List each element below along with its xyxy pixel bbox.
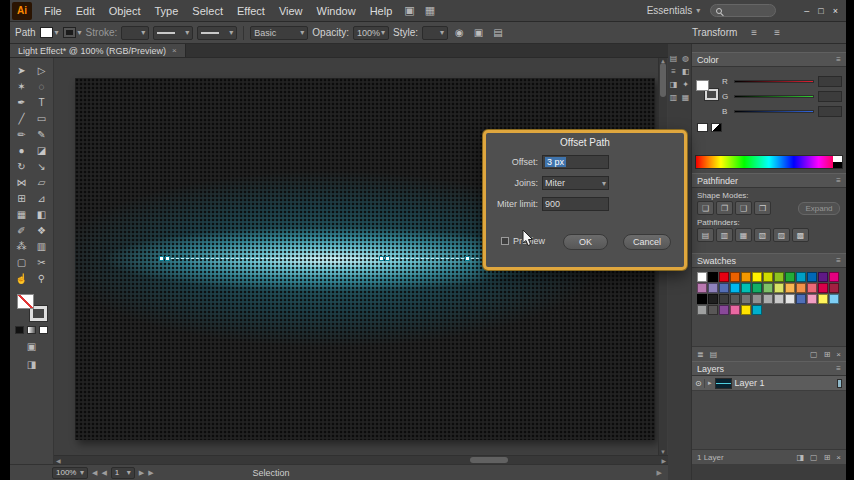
layers-panel-header[interactable]: Layers ≡ (692, 361, 846, 376)
width-tool[interactable]: ⋈ (12, 174, 32, 190)
column-graph-tool[interactable]: ▥ (32, 238, 52, 254)
mesh-tool[interactable]: ▦ (12, 206, 32, 222)
panel-menu-icon[interactable]: ≡ (836, 55, 841, 64)
unite-button[interactable]: ❏ (697, 201, 714, 215)
swatch[interactable] (708, 283, 718, 293)
transform-label[interactable]: Transform (692, 27, 737, 38)
merge-button[interactable]: ▦ (735, 228, 752, 242)
layer-selection-chip[interactable] (837, 379, 842, 388)
swatch[interactable] (719, 283, 729, 293)
red-value-input[interactable] (818, 76, 842, 87)
exclude-button[interactable]: ❒ (754, 201, 771, 215)
info-panel-icon[interactable]: ▤ (669, 53, 678, 63)
swatch[interactable] (785, 294, 795, 304)
document-setup-icon[interactable]: ▣ (471, 27, 486, 38)
workspace-switcher[interactable]: Essentials ▾ (647, 5, 701, 16)
swatches-panel-header[interactable]: Swatches ≡ (692, 253, 846, 268)
fill-stroke-mini-indicator[interactable] (696, 80, 718, 100)
swatch[interactable] (708, 294, 718, 304)
artboard-navigation-select[interactable]: 1 ▾ (111, 467, 135, 479)
prev-artboard-icon[interactable]: ◀ (101, 469, 106, 477)
swatch[interactable] (763, 294, 773, 304)
eyedropper-tool[interactable]: ✐ (12, 222, 32, 238)
graphic-styles-panel-icon[interactable]: ▦ (681, 92, 690, 102)
expand-layer-icon[interactable]: ▸ (708, 379, 712, 387)
swatch[interactable] (774, 283, 784, 293)
menu-file[interactable]: File (37, 0, 69, 22)
make-clipping-mask-icon[interactable]: ◨ (797, 453, 805, 462)
anchor-point[interactable] (159, 256, 164, 261)
magic-wand-tool[interactable]: ✶ (12, 78, 32, 94)
selection-tool[interactable]: ➤ (12, 62, 32, 78)
screen-mode-icon[interactable]: ◨ (10, 359, 53, 370)
swatch[interactable] (829, 272, 839, 282)
horizontal-scroll-thumb[interactable] (470, 457, 508, 463)
style-select[interactable]: ▾ (422, 26, 448, 40)
swatch[interactable] (752, 272, 762, 282)
brushes-panel-icon[interactable]: ▥ (669, 92, 678, 102)
fill-indicator[interactable] (17, 294, 34, 309)
line-segment-tool[interactable]: ╱ (12, 110, 32, 126)
delete-layer-icon[interactable]: × (836, 453, 841, 462)
new-layer-icon[interactable]: ⊞ (824, 453, 831, 462)
swatch[interactable] (818, 283, 828, 293)
swatch[interactable] (708, 305, 718, 315)
none-chip[interactable] (697, 123, 708, 132)
shape-builder-tool[interactable]: ⊞ (12, 190, 32, 206)
offset-input[interactable]: 3 px (542, 155, 609, 169)
swatch[interactable] (774, 272, 784, 282)
menu-select[interactable]: Select (185, 0, 230, 22)
swatch[interactable] (807, 294, 817, 304)
swatch[interactable] (774, 294, 784, 304)
restore-button[interactable]: □ (818, 6, 823, 16)
swatch[interactable] (730, 272, 740, 282)
layer-thumbnail[interactable] (715, 378, 732, 389)
menu-window[interactable]: Window (310, 0, 363, 22)
vertical-scroll-thumb[interactable] (660, 63, 666, 97)
swatch[interactable] (763, 283, 773, 293)
miter-limit-input[interactable]: 900 (542, 197, 609, 211)
swatch[interactable] (730, 294, 740, 304)
minimize-button[interactable]: – (804, 6, 809, 16)
swatch[interactable] (752, 294, 762, 304)
red-slider[interactable] (734, 80, 814, 83)
scale-tool[interactable]: ↘ (32, 158, 52, 174)
blue-slider[interactable] (734, 110, 814, 113)
new-swatch-icon[interactable]: ⊞ (824, 350, 831, 359)
artboard-tool[interactable]: ▢ (12, 254, 32, 270)
swatch[interactable] (796, 283, 806, 293)
delete-swatch-icon[interactable]: × (836, 350, 841, 359)
eraser-tool[interactable]: ◪ (32, 142, 52, 158)
appearance-panel-icon[interactable]: ◍ (681, 53, 690, 63)
new-sublayer-icon[interactable]: ▢ (810, 453, 818, 462)
swatch[interactable] (719, 272, 729, 282)
swatch-libraries-icon[interactable]: ≣ (697, 350, 704, 359)
zoom-select[interactable]: 100% ▾ (52, 467, 88, 479)
paintbrush-tool[interactable]: ✏ (12, 126, 32, 142)
new-color-group-icon[interactable]: ▢ (810, 350, 818, 359)
close-tab-icon[interactable]: × (172, 46, 177, 55)
panel-menu-icon[interactable]: ≡ (836, 176, 841, 185)
gradient-tool[interactable]: ◧ (32, 206, 52, 222)
next-artboard-icon[interactable]: ▶ (139, 469, 144, 477)
status-flyout-icon[interactable]: ▶ (657, 469, 662, 477)
drawing-modes-icon[interactable]: ▣ (10, 341, 53, 352)
anchor-point[interactable] (465, 256, 470, 261)
first-artboard-icon[interactable]: ◀ (92, 469, 97, 477)
menu-view[interactable]: View (272, 0, 310, 22)
menu-effect[interactable]: Effect (230, 0, 272, 22)
black-white-chip[interactable] (711, 123, 722, 132)
swatch[interactable] (818, 294, 828, 304)
symbol-sprayer-tool[interactable]: ⁂ (12, 238, 32, 254)
pathfinder-panel-header[interactable]: Pathfinder ≡ (692, 173, 846, 188)
color-spectrum[interactable] (695, 155, 843, 169)
swatch[interactable] (741, 305, 751, 315)
swatch[interactable] (719, 305, 729, 315)
stroke-weight-select[interactable]: ▾ (121, 26, 149, 40)
direct-selection-tool[interactable]: ▷ (32, 62, 52, 78)
visibility-eye-icon[interactable]: ⊙ (695, 379, 705, 388)
hand-tool[interactable]: ☝ (12, 270, 32, 286)
green-value-input[interactable] (818, 91, 842, 102)
scroll-right-icon[interactable]: ▶ (661, 457, 666, 464)
recolor-artwork-icon[interactable]: ◉ (452, 27, 467, 38)
